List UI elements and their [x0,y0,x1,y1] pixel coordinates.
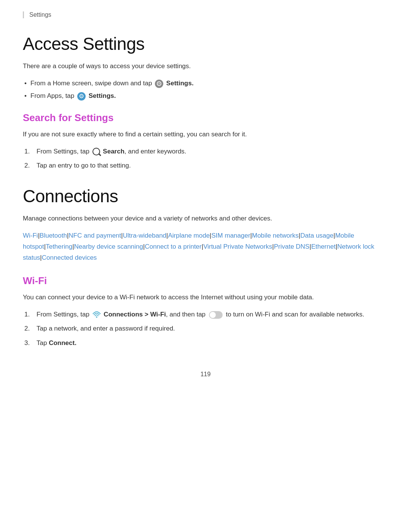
link-tethering[interactable]: Tethering [46,243,72,250]
connections-bold: Connections > Wi-Fi [104,311,166,318]
connections-intro: Manage connections between your device a… [23,213,388,224]
link-connected-devices[interactable]: Connected devices [42,254,97,261]
connections-links: Wi-Fi|Bluetooth|NFC and payment|Ultra-wi… [23,230,388,264]
search-step-1: From Settings, tap Search, and enter key… [23,146,388,157]
link-data-usage[interactable]: Data usage [300,232,333,239]
wifi-section: Wi-Fi You can connect your device to a W… [23,275,388,348]
access-settings-section: Access Settings There are a couple of wa… [23,34,388,101]
breadcrumb: Settings [23,11,388,18]
search-icon [92,148,100,155]
wifi-step-2: Tap a network, and enter a password if r… [23,323,388,334]
link-sim[interactable]: SIM manager [212,232,250,239]
search-settings-title: Search for Settings [23,112,388,124]
settings-bold-1: Settings. [166,80,194,87]
search-step-2: Tap an entry to go to that setting. [23,160,388,171]
link-airplane[interactable]: Airplane mode [168,232,210,239]
wifi-steps: From Settings, tap Connections > Wi-Fi, … [23,309,388,348]
connections-title: Connections [23,186,388,206]
toggle-icon [209,311,223,319]
search-settings-steps: From Settings, tap Search, and enter key… [23,146,388,171]
connections-section: Connections Manage connections between y… [23,186,388,264]
settings-blue-icon [77,92,86,101]
link-uwb[interactable]: Ultra-wideband [123,232,166,239]
connect-bold: Connect. [49,339,76,347]
svg-point-0 [96,316,97,318]
wifi-step-1: From Settings, tap Connections > Wi-Fi, … [23,309,388,320]
wifi-intro: You can connect your device to a Wi-Fi n… [23,292,388,302]
link-printer[interactable]: Connect to a printer [145,243,201,250]
link-nearby[interactable]: Nearby device scanning [74,243,143,250]
bullet-item-2: From Apps, tap Settings. [23,91,388,101]
settings-bold-2: Settings. [89,92,116,99]
page-number: 119 [23,371,388,378]
access-settings-intro: There are a couple of ways to access you… [23,61,388,71]
link-nfc[interactable]: NFC and payment [68,232,121,239]
search-settings-intro: If you are not sure exactly where to fin… [23,129,388,139]
link-mobile-networks[interactable]: Mobile networks [252,232,299,239]
link-ethernet[interactable]: Ethernet [311,243,336,250]
wifi-step-3: Tap Connect. [23,338,388,348]
wifi-title: Wi-Fi [23,275,388,287]
link-vpn[interactable]: Virtual Private Networks [203,243,272,250]
wifi-icon [92,311,101,319]
bullet-item-1: From a Home screen, swipe down and tap S… [23,78,388,88]
search-settings-section: Search for Settings If you are not sure … [23,112,388,171]
gear-icon [155,80,163,88]
link-dns[interactable]: Private DNS [274,243,310,250]
page-container: Settings Access Settings There are a cou… [0,0,411,532]
access-settings-title: Access Settings [23,34,388,54]
link-wifi[interactable]: Wi-Fi [23,232,38,239]
breadcrumb-text: Settings [29,11,51,18]
link-bluetooth[interactable]: Bluetooth [40,232,67,239]
search-bold: Search [103,148,124,155]
access-settings-bullets: From a Home screen, swipe down and tap S… [23,78,388,101]
